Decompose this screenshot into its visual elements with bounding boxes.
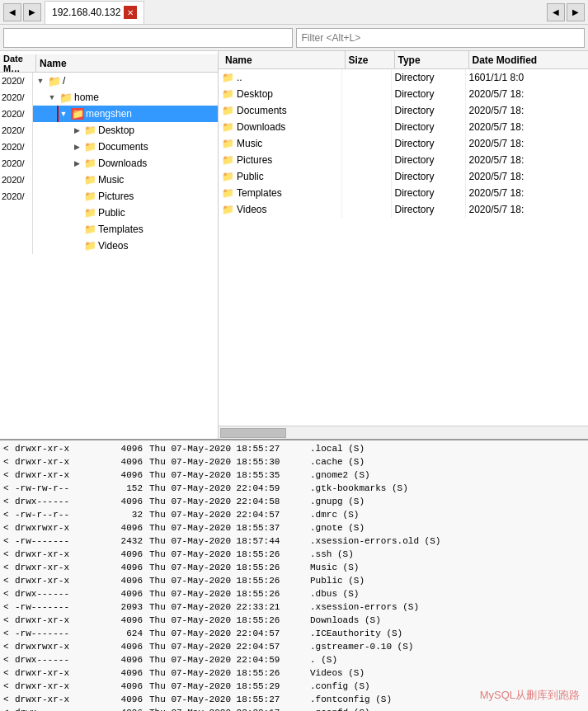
term-line: <drwxr-xr-x4096Thu 07-May-2020 18:55:26.… (3, 548, 585, 561)
file-size-cell (342, 152, 392, 168)
filter-input[interactable] (296, 28, 586, 48)
hscroll-bar[interactable] (219, 426, 588, 439)
term-marker: < (3, 548, 12, 561)
term-name: Videos (S) (310, 666, 365, 680)
tab-item[interactable]: 192.168.40.132 ✕ (45, 1, 144, 24)
date-row-7: 2020/ (0, 172, 32, 188)
term-perms: drwxr-xr-x (15, 666, 101, 680)
term-size: 4096 (101, 442, 143, 455)
col-header-size[interactable]: Size (346, 51, 395, 68)
term-date: Thu 07-May-2020 18:55:26 (149, 574, 310, 587)
downloads-folder-icon: 📁 (84, 158, 96, 169)
home-expander[interactable]: ▼ (46, 92, 58, 103)
term-date: Thu 07-May-2020 18:55:35 (149, 469, 310, 482)
term-perms: drwxr-xr-x (15, 455, 101, 469)
file-name: Videos (237, 204, 266, 215)
term-size: 4096 (101, 666, 143, 680)
file-type-cell: Directory (392, 168, 466, 185)
address-input[interactable]: /home/mengshen (3, 28, 293, 48)
term-date: Thu 07-May-2020 22:04:59 (149, 482, 310, 495)
prev-panel-button[interactable]: ◀ (547, 3, 565, 21)
file-name: Downloads (237, 121, 285, 133)
term-name: .gnupg (S) (310, 495, 365, 508)
term-date: Thu 07-May-2020 18:55:26 (149, 561, 310, 574)
templates-folder-icon: 📁 (84, 224, 96, 235)
tree-col-name: Name (36, 58, 214, 69)
term-perms: drwxr-xr-x (15, 614, 101, 627)
term-name: .xsession-errors (S) (310, 600, 419, 614)
term-name: Downloads (S) (310, 614, 381, 627)
downloads-expander[interactable]: ▶ (71, 158, 82, 169)
tree-templates[interactable]: 📁 Templates (33, 221, 218, 238)
term-marker: < (3, 706, 12, 711)
term-size: 4096 (101, 653, 143, 666)
file-date-cell: 2020/5/7 18: (466, 185, 589, 201)
file-row[interactable]: 📁 Documents Directory 2020/5/7 18: (219, 102, 588, 119)
term-perms: drwxrwxr-x (15, 640, 101, 653)
hscroll-thumb[interactable] (220, 428, 286, 438)
term-line: <drwxrwxr-x4096Thu 07-May-2020 22:04:57.… (3, 640, 585, 653)
file-row[interactable]: 📁 Pictures Directory 2020/5/7 18: (219, 152, 588, 168)
root-expander[interactable]: ▼ (35, 75, 46, 87)
term-name: .xsession-errors.old (S) (310, 534, 440, 548)
file-name-cell: 📁 Pictures (219, 152, 342, 168)
tree-pictures[interactable]: 📁 Pictures (33, 188, 218, 205)
tree-desktop[interactable]: ▶ 📁 Desktop (33, 122, 218, 139)
date-row-2: 2020/ (0, 89, 32, 106)
file-row[interactable]: 📁 .. Directory 1601/1/1 8:0 (219, 69, 588, 86)
file-row[interactable]: 📁 Templates Directory 2020/5/7 18: (219, 185, 588, 201)
tree-music[interactable]: 📁 Music (33, 172, 218, 188)
term-marker: < (3, 455, 12, 469)
term-size: 4096 (101, 574, 143, 587)
nav-back-button[interactable]: ◀ (3, 3, 21, 21)
file-date-cell: 2020/5/7 18: (466, 168, 589, 185)
term-line: <-rw-rw-r--152Thu 07-May-2020 22:04:59.g… (3, 482, 585, 495)
term-marker: < (3, 600, 12, 614)
term-name: .fontconfig (S) (310, 693, 392, 706)
tree-downloads[interactable]: ▶ 📁 Downloads (33, 155, 218, 172)
term-marker: < (3, 627, 12, 640)
file-date-cell: 2020/5/7 18: (466, 201, 589, 218)
col-header-date[interactable]: Date Modified (469, 51, 589, 68)
file-size-cell (342, 119, 392, 135)
tree-root[interactable]: ▼ 📁 / (33, 73, 218, 89)
term-name: .gconfd (S) (310, 706, 370, 711)
term-date: Thu 07-May-2020 22:04:57 (149, 627, 310, 640)
file-row[interactable]: 📁 Desktop Directory 2020/5/7 18: (219, 86, 588, 102)
col-header-type[interactable]: Type (395, 51, 469, 68)
tab-close-button[interactable]: ✕ (124, 6, 137, 19)
documents-expander[interactable]: ▶ (71, 141, 82, 153)
date-row-6: 2020/ (0, 155, 32, 172)
nav-forward-button[interactable]: ▶ (23, 3, 41, 21)
next-panel-button[interactable]: ▶ (567, 3, 585, 21)
file-row[interactable]: 📁 Downloads Directory 2020/5/7 18: (219, 119, 588, 135)
term-size: 4096 (101, 680, 143, 693)
mengshen-folder-icon: 📁 (71, 108, 84, 120)
tree-documents[interactable]: ▶ 📁 Documents (33, 139, 218, 155)
term-line: <drwxrwxr-x4096Thu 07-May-2020 18:55:37.… (3, 521, 585, 534)
pictures-folder-icon: 📁 (84, 191, 96, 202)
col-header-name[interactable]: Name (219, 51, 346, 68)
file-row[interactable]: 📁 Public Directory 2020/5/7 18: (219, 168, 588, 185)
file-name: Documents (237, 105, 287, 116)
tree-public[interactable]: 📁 Public (33, 205, 218, 221)
desktop-expander[interactable]: ▶ (71, 125, 82, 136)
term-line: <drwxr-xr-x4096Thu 07-May-2020 18:55:27.… (3, 693, 585, 706)
home-folder-icon: 📁 (59, 92, 73, 104)
term-name: .gnome2 (S) (310, 469, 370, 482)
tree-home[interactable]: ▼ 📁 home (33, 89, 218, 106)
term-name: .dbus (S) (310, 587, 359, 600)
tree-mengshen[interactable]: ▼ 📁 mengshen (33, 106, 218, 122)
mengshen-expander[interactable]: ▼ (58, 108, 69, 120)
term-date: Thu 07-May-2020 22:04:57 (149, 640, 310, 653)
file-row[interactable]: 📁 Music Directory 2020/5/7 18: (219, 135, 588, 152)
file-row[interactable]: 📁 Videos Directory 2020/5/7 18: (219, 201, 588, 218)
term-marker: < (3, 534, 12, 548)
tree-videos[interactable]: 📁 Videos (33, 238, 218, 254)
term-marker: < (3, 561, 12, 574)
file-date-cell: 2020/5/7 18: (466, 135, 589, 152)
desktop-label: Desktop (98, 125, 134, 136)
file-name: Pictures (237, 154, 272, 166)
file-name-cell: 📁 Documents (219, 102, 342, 119)
term-date: Thu 07-May-2020 18:55:37 (149, 521, 310, 534)
